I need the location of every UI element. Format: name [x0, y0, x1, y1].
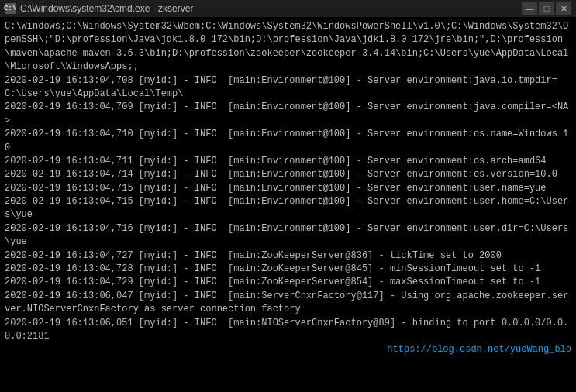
close-button[interactable]: ✕	[556, 2, 571, 15]
console-line: 2020-02-19 16:13:04,714 [myid:] - INFO […	[5, 168, 571, 181]
watermark-text: https://blog.csdn.net/yueWang_blo	[387, 343, 571, 356]
console-line: 2020-02-19 16:13:04,728 [myid:] - INFO […	[5, 263, 571, 276]
title-bar: C:\ C:\Windows\system32\cmd.exe - zkserv…	[0, 0, 576, 17]
console-line: 2020-02-19 16:13:04,715 [myid:] - INFO […	[5, 182, 571, 195]
console-output: C:\Windows;C:\Windows\System32\Wbem;C:\W…	[0, 17, 576, 392]
console-line: 2020-02-19 16:13:04,715 [myid:] - INFO […	[5, 195, 571, 222]
console-line: 2020-02-19 16:13:06,051 [myid:] - INFO […	[5, 317, 571, 344]
minimize-button[interactable]: —	[522, 2, 537, 15]
window-icon: C:\	[5, 3, 16, 14]
maximize-button[interactable]: □	[539, 2, 554, 15]
console-line: 2020-02-19 16:13:04,716 [myid:] - INFO […	[5, 222, 571, 249]
console-line: 2020-02-19 16:13:04,711 [myid:] - INFO […	[5, 155, 571, 168]
console-line: 2020-02-19 16:13:04,709 [myid:] - INFO […	[5, 101, 571, 128]
console-line: 2020-02-19 16:13:04,708 [myid:] - INFO […	[5, 74, 571, 101]
console-line: 2020-02-19 16:13:04,729 [myid:] - INFO […	[5, 276, 571, 289]
window-title: C:\Windows\system32\cmd.exe - zkserver	[20, 3, 193, 14]
console-watermark-line: https://blog.csdn.net/yueWang_blo	[5, 343, 571, 356]
console-line: 2020-02-19 16:13:06,047 [myid:] - INFO […	[5, 290, 571, 317]
console-line: 2020-02-19 16:13:04,727 [myid:] - INFO […	[5, 249, 571, 263]
console-line: C:\Windows;C:\Windows\System32\Wbem;C:\W…	[5, 20, 571, 74]
console-line: 2020-02-19 16:13:04,710 [myid:] - INFO […	[5, 128, 571, 155]
